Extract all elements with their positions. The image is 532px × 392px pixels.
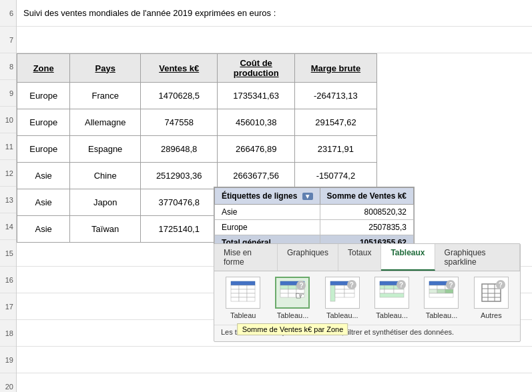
svg-rect-24 bbox=[330, 285, 335, 301]
tab-graphiques-sparkline[interactable]: Graphiques sparkline bbox=[435, 244, 520, 271]
toolbar-item-tableau-pivot[interactable]: ? ☞ Tableau... Somme de Ventes k€ par Zo… bbox=[270, 277, 314, 319]
cout: 456010,38 bbox=[218, 109, 294, 136]
svg-rect-32 bbox=[380, 285, 384, 289]
pivot-header1-text: Étiquettes de lignes bbox=[222, 191, 297, 201]
row-num-14: 14 bbox=[0, 213, 16, 240]
table-header-row: Zone Pays Ventes k€ Coût deproduction Ma… bbox=[17, 54, 377, 83]
toolbar-item-tableau[interactable]: Tableau bbox=[221, 277, 265, 319]
row-num-13: 13 bbox=[0, 187, 16, 213]
svg-rect-30 bbox=[344, 293, 354, 297]
pivot-val-europe: 2507835,3 bbox=[320, 220, 413, 235]
table-row: Europe Espagne 289648,8 266476,89 23171,… bbox=[17, 136, 377, 163]
row-num-9: 9 bbox=[0, 80, 16, 107]
tableau-5-icon-box: ? bbox=[424, 277, 459, 309]
svg-rect-20 bbox=[280, 293, 288, 297]
pivot-table: Étiquettes de lignes ▼ Somme de Ventes k… bbox=[214, 187, 415, 251]
ventes: 289648,8 bbox=[141, 136, 218, 163]
zone: Asie bbox=[17, 216, 70, 243]
col-pays: Pays bbox=[70, 54, 141, 83]
filter-icon[interactable]: ▼ bbox=[302, 193, 313, 200]
svg-rect-2 bbox=[239, 285, 247, 289]
pivot-zone-europe: Europe bbox=[215, 220, 320, 235]
zone: Europe bbox=[17, 109, 70, 136]
row-num-6: 6 bbox=[0, 0, 16, 27]
tab-mise-en-forme[interactable]: Mise en forme bbox=[214, 244, 278, 271]
svg-rect-44 bbox=[437, 289, 445, 293]
tab-tableaux[interactable]: Tableaux bbox=[381, 244, 435, 271]
pivot-zone-asie: Asie bbox=[215, 205, 320, 220]
svg-rect-11 bbox=[239, 297, 247, 301]
row-num-10: 10 bbox=[0, 107, 16, 133]
cout: 266476,89 bbox=[218, 136, 294, 163]
pays: Chine bbox=[70, 163, 141, 189]
extra-row-19 bbox=[17, 347, 532, 373]
title-row: Suivi des ventes mondiales de l'année 20… bbox=[17, 0, 532, 27]
tableau-pivot-label: Tableau... bbox=[277, 311, 309, 319]
question-mark-badge-autres: ? bbox=[496, 280, 505, 289]
row-numbers: 6 7 8 9 10 11 12 13 14 15 16 17 18 19 20… bbox=[0, 0, 17, 392]
svg-rect-8 bbox=[239, 293, 247, 297]
tableau-icon bbox=[230, 281, 256, 305]
svg-rect-9 bbox=[247, 293, 255, 297]
row-num-17: 17 bbox=[0, 293, 16, 320]
quick-analysis-toolbar: Mise en forme Graphiques Totaux Tableaux… bbox=[214, 243, 521, 342]
cout: 1735341,63 bbox=[218, 83, 294, 109]
row-num-18: 18 bbox=[0, 320, 16, 347]
col-zone: Zone bbox=[17, 54, 70, 83]
marge: 23171,91 bbox=[294, 136, 376, 163]
zone: Europe bbox=[17, 83, 70, 109]
cursor-hand-icon: ☞ bbox=[295, 289, 304, 302]
toolbar-icons-row: Tableau bbox=[214, 271, 520, 325]
svg-rect-29 bbox=[335, 293, 344, 297]
col-cout: Coût deproduction bbox=[218, 54, 294, 83]
ventes: 3770476,8 bbox=[141, 189, 218, 216]
svg-rect-6 bbox=[247, 289, 255, 293]
row-num-16: 16 bbox=[0, 267, 16, 293]
toolbar-description: Les tableaux vous permettent de trier, f… bbox=[214, 325, 520, 341]
title-text: Suivi des ventes mondiales de l'année 20… bbox=[23, 8, 276, 18]
svg-rect-27 bbox=[335, 289, 344, 293]
svg-rect-14 bbox=[280, 285, 288, 289]
pays: Allemagne bbox=[70, 109, 141, 136]
tableau-4-label: Tableau... bbox=[376, 311, 408, 319]
svg-rect-0 bbox=[231, 281, 255, 285]
svg-rect-17 bbox=[280, 289, 288, 293]
col-ventes: Ventes k€ bbox=[141, 54, 218, 83]
svg-rect-45 bbox=[445, 289, 453, 293]
extra-row-20 bbox=[17, 373, 532, 392]
toolbar-item-tableau-5[interactable]: ? Tableau... bbox=[419, 277, 463, 319]
toolbar-item-tableau-3[interactable]: ? Tableau... bbox=[320, 277, 364, 319]
ventes: 1470628,5 bbox=[141, 83, 218, 109]
table-row: Europe France 1470628,5 1735341,63 -2647… bbox=[17, 83, 377, 109]
row-num-12: 12 bbox=[0, 160, 16, 187]
toolbar-item-tableau-4[interactable]: ? Tableau... bbox=[370, 277, 414, 319]
pivot-header2-text: Somme de Ventes k€ bbox=[327, 191, 407, 201]
pays: France bbox=[70, 83, 141, 109]
table-row: Europe Allemagne 747558 456010,38 291547… bbox=[17, 109, 377, 136]
svg-rect-36 bbox=[384, 289, 394, 293]
svg-rect-43 bbox=[429, 289, 437, 293]
svg-rect-12 bbox=[247, 297, 255, 301]
row-num-15: 15 bbox=[0, 240, 16, 267]
row-num-7: 7 bbox=[0, 27, 16, 53]
tableau-label: Tableau bbox=[230, 311, 256, 319]
svg-rect-5 bbox=[239, 289, 247, 293]
spreadsheet: 6 7 8 9 10 11 12 13 14 15 16 17 18 19 20… bbox=[0, 0, 532, 392]
tab-totaux[interactable]: Totaux bbox=[338, 244, 381, 271]
svg-rect-1 bbox=[231, 285, 239, 289]
row-num-8: 8 bbox=[0, 53, 16, 80]
col-marge: Marge brute bbox=[294, 54, 376, 83]
pays: Taïwan bbox=[70, 216, 141, 243]
tab-graphiques[interactable]: Graphiques bbox=[278, 244, 338, 271]
svg-rect-40 bbox=[429, 285, 437, 289]
svg-rect-33 bbox=[384, 285, 394, 289]
zone: Asie bbox=[17, 189, 70, 216]
pivot-col-labels: Étiquettes de lignes ▼ bbox=[215, 188, 320, 205]
zone: Europe bbox=[17, 136, 70, 163]
svg-rect-41 bbox=[437, 285, 445, 289]
toolbar-item-autres[interactable]: ? Autres bbox=[469, 277, 513, 319]
table-row: Asie Chine 2512903,36 2663677,56 -150774… bbox=[17, 163, 377, 189]
marge: -150774,2 bbox=[294, 163, 376, 189]
svg-rect-37 bbox=[394, 289, 404, 293]
autres-label: Autres bbox=[481, 311, 502, 319]
